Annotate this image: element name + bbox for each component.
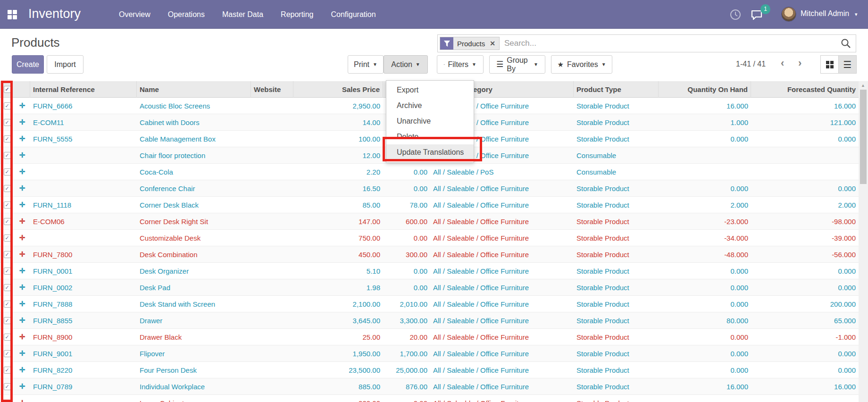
header-internal-reference[interactable]: Internal Reference — [30, 81, 137, 98]
drag-handle-icon[interactable]: ✛ — [14, 366, 30, 374]
drag-handle-icon[interactable]: ✛ — [14, 267, 30, 275]
row-checkbox[interactable]: ✓ — [4, 251, 11, 258]
table-row[interactable]: ✓✛FURN_7888Desk Stand with Screen2,100.0… — [0, 296, 859, 312]
table-row[interactable]: ✓✛FURN_0001Desk Organizer5.100.00All / S… — [0, 263, 859, 279]
action-menu-item-unarchive[interactable]: Unarchive — [386, 113, 474, 129]
drag-handle-icon[interactable]: ✛ — [14, 333, 30, 341]
table-row[interactable]: ✓✛FURN_8855Drawer3,645.003,300.00All / S… — [0, 312, 859, 329]
header-forecasted-quantity[interactable]: Forecasted Quantity — [751, 81, 859, 98]
row-checkbox[interactable]: ✓ — [4, 301, 11, 308]
vertical-scrollbar[interactable]: ▲ — [859, 81, 868, 402]
table-row[interactable]: ✓✛E-COM06Corner Desk Right Sit147.00600.… — [0, 213, 859, 230]
app-title[interactable]: Inventory — [28, 7, 81, 21]
user-menu[interactable]: Mitchell Admin — [801, 9, 849, 18]
table-row[interactable]: ✓✛FURN_9001Flipover1,950.001,700.00All /… — [0, 345, 859, 362]
table-row[interactable]: ✓✛FURN_8220Four Person Desk23,500.0025,0… — [0, 362, 859, 378]
drag-handle-icon[interactable]: ✛ — [14, 118, 30, 126]
action-dropdown-button[interactable]: Action▼ — [384, 55, 428, 74]
table-row[interactable]: ✓✛Large Cabinet320.000.00All / Saleable … — [0, 395, 859, 402]
header-website[interactable]: Website — [251, 81, 293, 98]
table-row[interactable]: ✓✛FURN_0789Individual Workplace885.00876… — [0, 378, 859, 395]
row-checkbox[interactable]: ✓ — [4, 185, 11, 192]
avatar[interactable] — [781, 7, 796, 22]
cell-forecasted: 121.000 — [751, 118, 859, 126]
bars-icon: ☰ — [496, 60, 503, 68]
row-checkbox[interactable]: ✓ — [4, 135, 11, 142]
drag-handle-icon[interactable]: ✛ — [14, 234, 30, 242]
header-product-type[interactable]: Product Type — [574, 81, 659, 98]
table-row[interactable]: ✓✛Customizable Desk750.000.00All / Salea… — [0, 230, 859, 246]
action-menu-item-delete[interactable]: Delete — [386, 129, 474, 144]
drag-handle-icon[interactable]: ✛ — [14, 184, 30, 193]
row-checkbox[interactable]: ✓ — [4, 152, 11, 159]
import-button[interactable]: Import — [47, 55, 83, 74]
action-menu-item-archive[interactable]: Archive — [386, 98, 474, 113]
row-checkbox[interactable]: ✓ — [4, 102, 11, 109]
row-checkbox[interactable]: ✓ — [4, 367, 11, 374]
drag-handle-icon[interactable]: ✛ — [14, 151, 30, 159]
row-checkbox[interactable]: ✓ — [4, 383, 11, 390]
table-row[interactable]: ✓✛FURN_7800Desk Combination450.00300.00A… — [0, 246, 859, 263]
drag-handle-icon[interactable]: ✛ — [14, 168, 30, 176]
cell-type: Storable Product — [574, 218, 659, 226]
drag-handle-icon[interactable]: ✛ — [14, 300, 30, 308]
action-menu-item-update-translations[interactable]: Update Translations — [386, 144, 474, 160]
drag-handle-icon[interactable]: ✛ — [14, 399, 30, 402]
table-row[interactable]: ✓✛FURN_0002Desk Pad1.980.00All / Saleabl… — [0, 279, 859, 296]
user-menu-caret-icon[interactable]: ▾ — [855, 11, 858, 17]
search-icon[interactable] — [841, 38, 851, 49]
select-all-checkbox[interactable]: ✓ — [4, 86, 11, 93]
menu-master-data[interactable]: Master Data — [222, 10, 263, 19]
scrollbar-thumb[interactable] — [860, 90, 867, 184]
apps-menu-icon[interactable] — [8, 10, 17, 19]
table-row[interactable]: ✓✛Coca-Cola2.200.00All / Saleable / PoSC… — [0, 164, 859, 180]
drag-handle-icon[interactable]: ✛ — [14, 250, 30, 259]
header-name[interactable]: Name — [137, 81, 251, 98]
activities-clock-icon[interactable] — [730, 9, 741, 20]
search-input[interactable] — [500, 39, 841, 48]
kanban-view-button[interactable] — [820, 55, 839, 74]
table-row[interactable]: ✓✛FURN_1118Corner Desk Black85.0078.00Al… — [0, 197, 859, 213]
list-view-button[interactable]: ☰ — [838, 55, 857, 74]
drag-handle-icon[interactable]: ✛ — [14, 283, 30, 292]
row-checkbox[interactable]: ✓ — [4, 317, 11, 324]
row-checkbox[interactable]: ✓ — [4, 350, 11, 357]
row-checkbox[interactable]: ✓ — [4, 119, 11, 126]
header-quantity-on-hand[interactable]: Quantity On Hand — [659, 81, 751, 98]
drag-handle-icon[interactable]: ✛ — [14, 217, 30, 226]
cell-reference: FURN_8855 — [30, 317, 137, 325]
drag-handle-icon[interactable]: ✛ — [14, 101, 30, 110]
drag-handle-icon[interactable]: ✛ — [14, 349, 30, 358]
row-checkbox[interactable]: ✓ — [4, 268, 11, 275]
drag-handle-icon[interactable]: ✛ — [14, 201, 30, 209]
print-dropdown-button[interactable]: Print▼ — [348, 55, 384, 74]
drag-handle-icon[interactable]: ✛ — [14, 382, 30, 391]
drag-handle-icon[interactable]: ✛ — [14, 316, 30, 325]
pager-next-button[interactable]: › — [798, 57, 801, 69]
filters-button[interactable]: Filters▼ — [437, 55, 484, 74]
search-facet-products[interactable]: Products ✕ — [440, 37, 500, 50]
row-checkbox[interactable]: ✓ — [4, 400, 11, 402]
create-button[interactable]: Create — [12, 55, 44, 74]
facet-remove-icon[interactable]: ✕ — [489, 37, 499, 50]
action-menu-item-export[interactable]: Export — [386, 82, 474, 98]
menu-overview[interactable]: Overview — [119, 10, 150, 19]
row-checkbox[interactable]: ✓ — [4, 234, 11, 242]
row-checkbox[interactable]: ✓ — [4, 334, 11, 341]
row-checkbox[interactable]: ✓ — [4, 284, 11, 291]
menu-operations[interactable]: Operations — [168, 10, 205, 19]
favorites-button[interactable]: ★ Favorites▼ — [551, 55, 612, 74]
menu-reporting[interactable]: Reporting — [281, 10, 313, 19]
row-checkbox[interactable]: ✓ — [4, 168, 11, 176]
row-checkbox[interactable]: ✓ — [4, 201, 11, 209]
pager-previous-button[interactable]: ‹ — [781, 57, 784, 69]
row-checkbox[interactable]: ✓ — [4, 218, 11, 225]
header-sales-price[interactable]: Sales Price — [293, 81, 383, 98]
cell-name: Desk Organizer — [137, 267, 251, 275]
table-row[interactable]: ✓✛Conference Chair16.500.00All / Saleabl… — [0, 180, 859, 197]
menu-configuration[interactable]: Configuration — [331, 10, 376, 19]
group-by-button[interactable]: ☰ Group By▼ — [489, 55, 545, 74]
drag-handle-icon[interactable]: ✛ — [14, 134, 30, 143]
table-row[interactable]: ✓✛FURN_8900Drawer Black25.0020.00All / S… — [0, 329, 859, 345]
scroll-up-arrow-icon[interactable]: ▲ — [861, 83, 865, 88]
